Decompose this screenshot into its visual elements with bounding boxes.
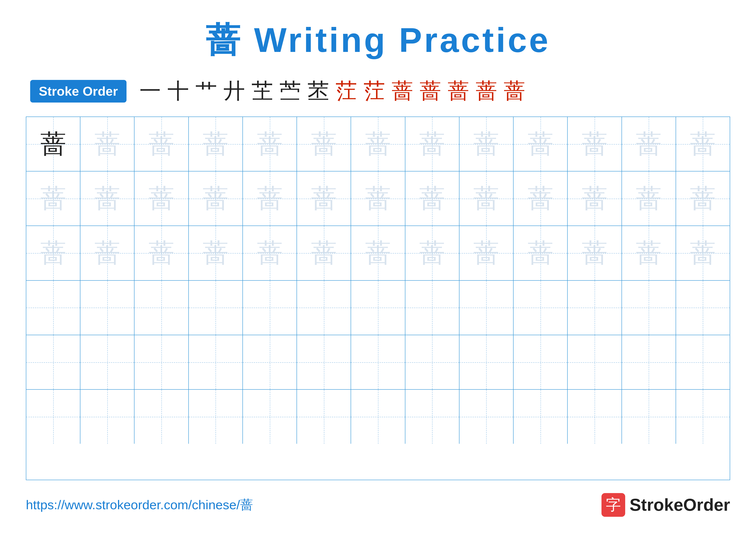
- grid-cell[interactable]: [459, 390, 514, 444]
- grid-cell[interactable]: [80, 281, 134, 335]
- footer-logo: 字 StrokeOrder: [602, 493, 730, 517]
- grid-cell[interactable]: [514, 335, 568, 389]
- grid-cell[interactable]: [297, 335, 351, 389]
- cell-character: 蔷: [473, 131, 499, 157]
- grid-cell[interactable]: 蔷: [26, 117, 80, 171]
- stroke-char: 苤: [308, 77, 329, 106]
- grid-cell[interactable]: [243, 335, 297, 389]
- grid-cell[interactable]: [243, 281, 297, 335]
- grid-cell[interactable]: [26, 335, 80, 389]
- grid-cell[interactable]: 蔷: [351, 171, 405, 225]
- cell-character: 蔷: [365, 186, 391, 212]
- grid-cell[interactable]: [243, 390, 297, 444]
- grid-cell[interactable]: [568, 281, 622, 335]
- grid-cell[interactable]: 蔷: [514, 226, 568, 280]
- grid-cell[interactable]: [405, 335, 459, 389]
- grid-cell[interactable]: [189, 281, 243, 335]
- grid-cell[interactable]: [26, 390, 80, 444]
- grid-cell[interactable]: 蔷: [243, 171, 297, 225]
- grid-cell[interactable]: 蔷: [676, 117, 730, 171]
- grid-cell[interactable]: 蔷: [459, 171, 514, 225]
- stroke-char: 一: [139, 77, 161, 106]
- grid-cell[interactable]: 蔷: [80, 171, 134, 225]
- grid-cell[interactable]: [351, 335, 405, 389]
- cell-character: 蔷: [636, 186, 662, 212]
- grid-cell[interactable]: 蔷: [297, 171, 351, 225]
- grid-cell[interactable]: 蔷: [351, 226, 405, 280]
- grid-cell[interactable]: [134, 281, 189, 335]
- grid-row[interactable]: [26, 335, 730, 390]
- grid-cell[interactable]: [297, 281, 351, 335]
- grid-cell[interactable]: 蔷: [134, 171, 189, 225]
- grid-cell[interactable]: [405, 390, 459, 444]
- grid-cell[interactable]: 蔷: [134, 226, 189, 280]
- grid-cell[interactable]: 蔷: [26, 171, 80, 225]
- cell-character: 蔷: [40, 240, 66, 266]
- grid-cell[interactable]: 蔷: [26, 226, 80, 280]
- grid-cell[interactable]: [26, 281, 80, 335]
- grid-cell[interactable]: 蔷: [568, 171, 622, 225]
- grid-cell[interactable]: [351, 390, 405, 444]
- grid-cell[interactable]: 蔷: [622, 117, 676, 171]
- grid-cell[interactable]: 蔷: [243, 226, 297, 280]
- practice-grid[interactable]: 蔷蔷蔷蔷蔷蔷蔷蔷蔷蔷蔷蔷蔷蔷蔷蔷蔷蔷蔷蔷蔷蔷蔷蔷蔷蔷蔷蔷蔷蔷蔷蔷蔷蔷蔷蔷蔷蔷蔷: [26, 116, 730, 480]
- grid-cell[interactable]: [351, 281, 405, 335]
- grid-cell[interactable]: 蔷: [405, 171, 459, 225]
- cell-character: 蔷: [582, 186, 608, 212]
- grid-cell[interactable]: [514, 390, 568, 444]
- grid-cell[interactable]: [676, 335, 730, 389]
- grid-cell[interactable]: [459, 335, 514, 389]
- grid-cell[interactable]: 蔷: [297, 117, 351, 171]
- grid-row[interactable]: [26, 390, 730, 444]
- grid-row[interactable]: 蔷蔷蔷蔷蔷蔷蔷蔷蔷蔷蔷蔷蔷: [26, 226, 730, 280]
- grid-cell[interactable]: [189, 335, 243, 389]
- grid-cell[interactable]: [134, 390, 189, 444]
- stroke-char: 艹: [196, 77, 217, 106]
- grid-cell[interactable]: 蔷: [405, 226, 459, 280]
- grid-cell[interactable]: 蔷: [676, 171, 730, 225]
- grid-cell[interactable]: 蔷: [514, 171, 568, 225]
- grid-cell[interactable]: [568, 335, 622, 389]
- grid-cell[interactable]: 蔷: [134, 117, 189, 171]
- grid-cell[interactable]: [297, 390, 351, 444]
- grid-cell[interactable]: [676, 281, 730, 335]
- grid-cell[interactable]: 蔷: [189, 171, 243, 225]
- grid-cell[interactable]: [459, 281, 514, 335]
- grid-cell[interactable]: 蔷: [676, 226, 730, 280]
- logo-icon: 字: [602, 493, 625, 517]
- grid-cell[interactable]: 蔷: [459, 226, 514, 280]
- grid-cell[interactable]: [676, 390, 730, 444]
- grid-cell[interactable]: [568, 390, 622, 444]
- cell-character: 蔷: [94, 186, 120, 212]
- grid-cell[interactable]: 蔷: [459, 117, 514, 171]
- grid-cell[interactable]: [134, 335, 189, 389]
- grid-row[interactable]: 蔷蔷蔷蔷蔷蔷蔷蔷蔷蔷蔷蔷蔷: [26, 117, 730, 171]
- grid-cell[interactable]: 蔷: [622, 226, 676, 280]
- grid-cell[interactable]: [622, 335, 676, 389]
- grid-cell[interactable]: 蔷: [80, 117, 134, 171]
- grid-cell[interactable]: 蔷: [622, 171, 676, 225]
- grid-cell[interactable]: 蔷: [80, 226, 134, 280]
- title-char: 蔷: [205, 21, 242, 59]
- grid-cell[interactable]: [405, 281, 459, 335]
- stroke-char: 苎: [280, 77, 301, 106]
- grid-row[interactable]: 蔷蔷蔷蔷蔷蔷蔷蔷蔷蔷蔷蔷蔷: [26, 171, 730, 226]
- grid-cell[interactable]: 蔷: [243, 117, 297, 171]
- grid-cell[interactable]: 蔷: [351, 117, 405, 171]
- grid-row[interactable]: [26, 281, 730, 335]
- grid-cell[interactable]: [514, 281, 568, 335]
- grid-cell[interactable]: [622, 390, 676, 444]
- grid-cell[interactable]: [80, 390, 134, 444]
- grid-cell[interactable]: [622, 281, 676, 335]
- grid-cell[interactable]: [189, 390, 243, 444]
- grid-cell[interactable]: [80, 335, 134, 389]
- grid-cell[interactable]: 蔷: [297, 226, 351, 280]
- grid-cell[interactable]: 蔷: [568, 226, 622, 280]
- grid-cell[interactable]: 蔷: [189, 226, 243, 280]
- grid-cell[interactable]: 蔷: [568, 117, 622, 171]
- stroke-char: 廾: [224, 77, 245, 106]
- cell-character: 蔷: [419, 131, 445, 157]
- grid-cell[interactable]: 蔷: [189, 117, 243, 171]
- grid-cell[interactable]: 蔷: [514, 117, 568, 171]
- grid-cell[interactable]: 蔷: [405, 117, 459, 171]
